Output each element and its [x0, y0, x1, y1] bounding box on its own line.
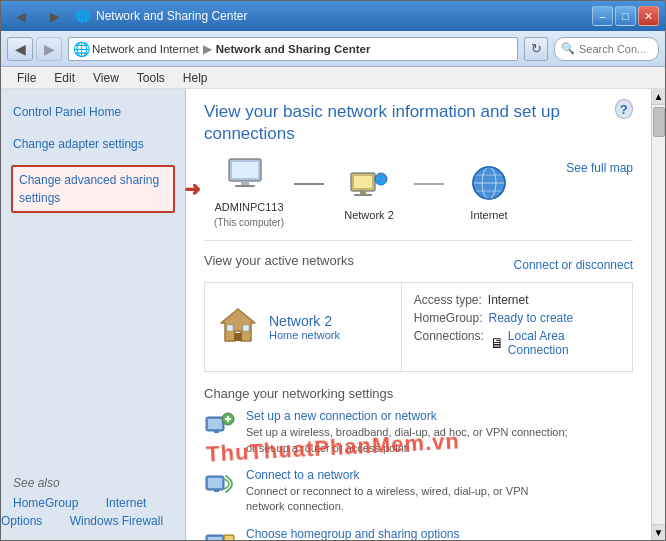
svg-rect-19 — [243, 325, 249, 331]
homegroup-row: HomeGroup: Ready to create — [414, 311, 620, 325]
svg-rect-3 — [235, 185, 255, 187]
computer-icon — [225, 157, 273, 197]
titlebar: ◀ ▶ 🌐 Network and Sharing Center – □ ✕ — [1, 1, 665, 31]
settings-link-0[interactable]: Set up a new connection or network — [246, 409, 568, 423]
titlebar-icon-text: 🌐 — [75, 9, 90, 23]
content-header: View your basic network information and … — [204, 101, 633, 157]
svg-rect-33 — [225, 536, 233, 540]
connection-icon: 🖥 — [490, 335, 504, 351]
minimize-button[interactable]: – — [592, 6, 613, 26]
net-label-computer: ADMINPC113 — [214, 201, 283, 213]
svg-rect-28 — [214, 490, 219, 492]
svg-rect-5 — [354, 176, 372, 188]
local-connection: 🖥 Local Area Connection — [490, 329, 569, 357]
active-net-name-group: Network 2 Home network — [269, 313, 340, 341]
svg-rect-18 — [227, 325, 233, 331]
maximize-button[interactable]: □ — [615, 6, 636, 26]
sidebar-highlighted-text: Change advanced sharing settings — [19, 173, 159, 205]
settings-text-2: Choose homegroup and sharing options Acc… — [246, 527, 568, 540]
sidebar-see-also: See also — [1, 466, 185, 494]
help-button[interactable]: ? — [615, 99, 633, 119]
titlebar-title: Network and Sharing Center — [96, 9, 247, 23]
net-label-internet: Internet — [470, 209, 507, 221]
forward-button[interactable]: ▶ — [41, 4, 69, 28]
content-area: View your basic network information and … — [186, 89, 651, 540]
refresh-button[interactable]: ↻ — [524, 37, 548, 61]
connections-value[interactable]: Local Area Connection — [508, 329, 569, 357]
search-box[interactable]: 🔍 — [554, 37, 659, 61]
folder-icon: 🌐 — [73, 41, 90, 57]
svg-text:🌐: 🌐 — [376, 175, 386, 185]
navbar: ◀ ▶ 🌐 Network and Internet ▶ Network and… — [1, 31, 665, 67]
addr-part1: Network and Internet — [92, 43, 199, 55]
net-line-1 — [294, 183, 324, 185]
svg-rect-30 — [208, 537, 222, 540]
homegroup-value: Ready to create — [489, 311, 574, 325]
address-bar[interactable]: 🌐 Network and Internet ▶ Network and Sha… — [68, 37, 518, 61]
active-networks-header: View your active networks Connect or dis… — [204, 253, 633, 276]
forward-nav-button[interactable]: ▶ — [36, 37, 62, 61]
settings-icon-1 — [204, 468, 236, 500]
menu-view[interactable]: View — [85, 69, 127, 87]
settings-desc-0: Set up a wireless, broadband, dial-up, a… — [246, 425, 568, 456]
close-button[interactable]: ✕ — [638, 6, 659, 26]
scroll-up-button[interactable]: ▲ — [652, 89, 665, 105]
settings-desc-1: Connect or reconnect to a wireless, wire… — [246, 484, 528, 515]
sidebar-change-adapter[interactable]: Change adapter settings — [1, 131, 185, 157]
menu-help[interactable]: Help — [175, 69, 216, 87]
see-full-map-link[interactable]: See full map — [566, 161, 633, 175]
active-networks-box: Network 2 Home network Access type: Inte… — [204, 282, 633, 372]
settings-item-1: Connect to a network Connect or reconnec… — [204, 468, 633, 515]
titlebar-left: ◀ ▶ 🌐 Network and Sharing Center — [7, 4, 247, 28]
menubar: File Edit View Tools Help — [1, 67, 665, 89]
active-net-right: Access type: Internet HomeGroup: Ready t… — [402, 283, 632, 371]
settings-link-1[interactable]: Connect to a network — [246, 468, 528, 482]
access-type-label: Access type: — [414, 293, 482, 307]
sidebar-arrow-icon: ➜ — [184, 174, 201, 204]
page-title: View your basic network information and … — [204, 101, 615, 145]
active-net-name[interactable]: Network 2 — [269, 313, 340, 329]
net-label-network: Network 2 — [344, 209, 394, 221]
net-line-2 — [414, 183, 444, 185]
scroll-down-button[interactable]: ▼ — [652, 524, 665, 540]
settings-text-1: Connect to a network Connect or reconnec… — [246, 468, 528, 515]
connections-row: Connections: 🖥 Local Area Connection — [414, 329, 620, 357]
main-area: Control Panel Home Change adapter settin… — [1, 89, 665, 540]
svg-rect-27 — [208, 478, 222, 488]
nav-buttons: ◀ ▶ — [7, 37, 62, 61]
connect-disconnect-link[interactable]: Connect or disconnect — [514, 258, 633, 272]
svg-rect-21 — [208, 419, 222, 429]
active-net-type: Home network — [269, 329, 340, 341]
net-item-internet: Internet — [444, 165, 534, 221]
svg-rect-7 — [354, 194, 372, 196]
settings-icon-0 — [204, 409, 236, 441]
network-diagram: ADMINPC113 (This computer) — [204, 157, 534, 228]
titlebar-buttons: – □ ✕ — [592, 6, 659, 26]
svg-rect-17 — [234, 333, 242, 341]
see-also-label: See also — [13, 476, 60, 490]
svg-rect-2 — [241, 181, 249, 185]
menu-tools[interactable]: Tools — [129, 69, 173, 87]
search-input[interactable] — [579, 43, 649, 55]
internet-icon — [465, 165, 513, 205]
settings-link-2[interactable]: Choose homegroup and sharing options — [246, 527, 568, 540]
net-item-computer: ADMINPC113 (This computer) — [204, 157, 294, 228]
scroll-thumb[interactable] — [653, 107, 665, 137]
scrollbar[interactable]: ▲ ▼ — [651, 89, 665, 540]
sidebar: Control Panel Home Change adapter settin… — [1, 89, 186, 540]
content-wrapper: View your basic network information and … — [186, 89, 665, 540]
sidebar-bottom-links: HomeGroup Internet Options Windows Firew… — [1, 494, 185, 530]
active-networks-title: View your active networks — [204, 253, 354, 268]
access-type-row: Access type: Internet — [414, 293, 620, 307]
menu-edit[interactable]: Edit — [46, 69, 83, 87]
network-diagram-row: ADMINPC113 (This computer) — [204, 157, 633, 241]
svg-rect-6 — [360, 191, 366, 194]
address-text: 🌐 Network and Internet ▶ Network and Sha… — [73, 41, 370, 57]
networking-settings-title: Change your networking settings — [204, 386, 633, 401]
sidebar-windows-firewall[interactable]: Windows Firewall — [58, 510, 175, 532]
back-nav-button[interactable]: ◀ — [7, 37, 33, 61]
sidebar-control-panel-home[interactable]: Control Panel Home — [1, 99, 185, 125]
menu-file[interactable]: File — [9, 69, 44, 87]
sidebar-change-advanced[interactable]: Change advanced sharing settings ➜ — [11, 165, 175, 213]
back-button[interactable]: ◀ — [7, 4, 35, 28]
